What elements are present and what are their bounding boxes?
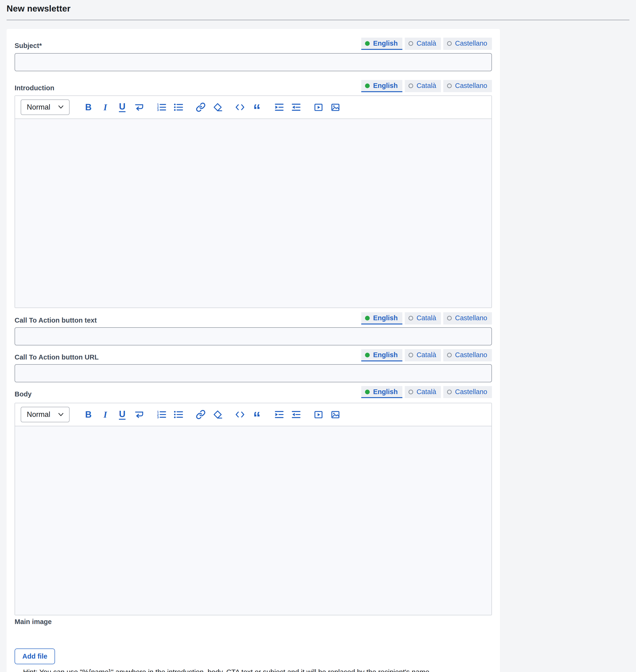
image-icon	[331, 102, 340, 112]
italic-icon: I	[104, 103, 107, 112]
image-icon	[331, 409, 340, 420]
video-icon	[314, 102, 323, 112]
line-break-button[interactable]	[134, 101, 144, 113]
chevron-down-icon	[58, 105, 63, 109]
language-tab-castellano[interactable]: Castellano	[443, 312, 492, 325]
language-tab-catala[interactable]: Català	[405, 38, 441, 50]
radio-selected-icon	[365, 316, 370, 321]
introduction-language-tabs: English Català Castellano	[361, 80, 492, 92]
radio-unselected-icon	[447, 41, 452, 46]
subject-label: Subject*	[15, 42, 42, 50]
body-editor-content[interactable]	[15, 426, 492, 615]
cta-url-field: Call To Action button URL English Català…	[15, 349, 492, 386]
language-tab-catala[interactable]: Català	[405, 386, 441, 398]
paragraph-style-select[interactable]: Normal	[21, 407, 69, 422]
underline-button[interactable]: U	[117, 409, 127, 420]
ordered-list-button[interactable]: 123	[156, 409, 167, 420]
main-image-file-area	[15, 626, 492, 649]
blockquote-button[interactable]: “	[252, 409, 262, 420]
radio-unselected-icon	[409, 353, 413, 358]
language-tab-english[interactable]: English	[361, 349, 402, 361]
image-button[interactable]	[330, 101, 341, 113]
paragraph-style-select[interactable]: Normal	[21, 99, 69, 115]
outdent-icon	[291, 102, 301, 112]
bullet-list-button[interactable]	[173, 409, 184, 420]
clean-format-button[interactable]	[212, 101, 223, 113]
indent-button[interactable]	[274, 101, 285, 113]
link-icon	[196, 409, 206, 420]
code-icon	[235, 102, 245, 112]
cta-text-language-tabs: English Català Castellano	[361, 312, 492, 325]
language-tab-english[interactable]: English	[361, 312, 402, 325]
video-button[interactable]	[313, 101, 324, 113]
outdent-button[interactable]	[291, 409, 301, 420]
indent-button[interactable]	[274, 409, 285, 420]
subject-input[interactable]	[15, 53, 492, 71]
indent-icon	[274, 102, 284, 112]
svg-text:3: 3	[157, 108, 159, 112]
blockquote-button[interactable]: “	[252, 101, 262, 113]
page-title: New newsletter	[6, 4, 630, 14]
page-header: New newsletter	[0, 0, 636, 14]
bullet-list-button[interactable]	[173, 101, 184, 113]
code-button[interactable]	[235, 409, 245, 420]
outdent-icon	[291, 409, 301, 420]
language-tab-catala[interactable]: Català	[405, 349, 441, 361]
language-tab-catala[interactable]: Català	[405, 80, 441, 92]
add-file-button[interactable]: Add file	[15, 649, 55, 664]
cta-text-input[interactable]	[15, 327, 492, 345]
image-button[interactable]	[330, 409, 341, 420]
language-tab-castellano[interactable]: Castellano	[443, 80, 492, 92]
radio-unselected-icon	[409, 390, 413, 394]
ordered-list-button[interactable]: 123	[156, 101, 167, 113]
language-tab-catala[interactable]: Català	[405, 312, 441, 325]
language-tab-castellano[interactable]: Castellano	[443, 386, 492, 398]
italic-button[interactable]: I	[100, 409, 111, 420]
radio-unselected-icon	[447, 83, 452, 88]
bold-button[interactable]: B	[83, 101, 94, 113]
language-tab-english[interactable]: English	[361, 38, 402, 50]
underline-button[interactable]: U	[117, 101, 127, 113]
radio-unselected-icon	[447, 316, 452, 321]
bullet-list-icon	[174, 409, 183, 420]
main-image-label: Main image	[15, 618, 52, 626]
bold-icon: B	[85, 103, 92, 112]
radio-unselected-icon	[447, 353, 452, 358]
italic-button[interactable]: I	[100, 101, 111, 113]
hint-text: Hint: You can use "%{name}" anywhere in …	[23, 668, 492, 672]
language-tab-castellano[interactable]: Castellano	[443, 38, 492, 50]
cta-url-input[interactable]	[15, 364, 492, 382]
outdent-button[interactable]	[291, 101, 301, 113]
code-button[interactable]	[235, 101, 245, 113]
clean-format-button[interactable]	[212, 409, 223, 420]
line-break-button[interactable]	[134, 409, 144, 420]
radio-selected-icon	[365, 83, 370, 88]
video-button[interactable]	[313, 409, 324, 420]
radio-unselected-icon	[447, 390, 452, 394]
main-image-field: Main image Add file Hint: You can use "%…	[15, 618, 492, 672]
header-divider	[6, 20, 630, 20]
bold-icon: B	[85, 410, 92, 419]
blockquote-icon: “	[253, 107, 261, 113]
link-button[interactable]	[195, 409, 206, 420]
line-break-icon	[134, 409, 144, 420]
introduction-editor-toolbar: Normal B I U 123	[15, 96, 492, 119]
bold-button[interactable]: B	[83, 409, 94, 420]
language-tab-castellano[interactable]: Castellano	[443, 349, 492, 361]
link-button[interactable]	[195, 101, 206, 113]
language-tab-english[interactable]: English	[361, 386, 402, 398]
language-tab-english[interactable]: English	[361, 80, 402, 92]
ordered-list-icon: 123	[157, 102, 166, 112]
cta-url-label: Call To Action button URL	[15, 353, 99, 361]
newsletter-form-card: Subject* English Català Castellano Int	[6, 29, 500, 672]
subject-language-tabs: English Català Castellano	[361, 38, 492, 50]
subject-field: Subject* English Català Castellano	[15, 38, 492, 80]
underline-icon: U	[119, 102, 125, 112]
body-language-tabs: English Català Castellano	[361, 386, 492, 398]
eraser-icon	[213, 409, 223, 420]
link-icon	[196, 102, 206, 112]
body-editor-toolbar: Normal B I U 123	[15, 403, 492, 426]
cta-text-field: Call To Action button text English Catal…	[15, 312, 492, 349]
introduction-editor-content[interactable]	[15, 119, 492, 308]
code-icon	[235, 409, 245, 420]
